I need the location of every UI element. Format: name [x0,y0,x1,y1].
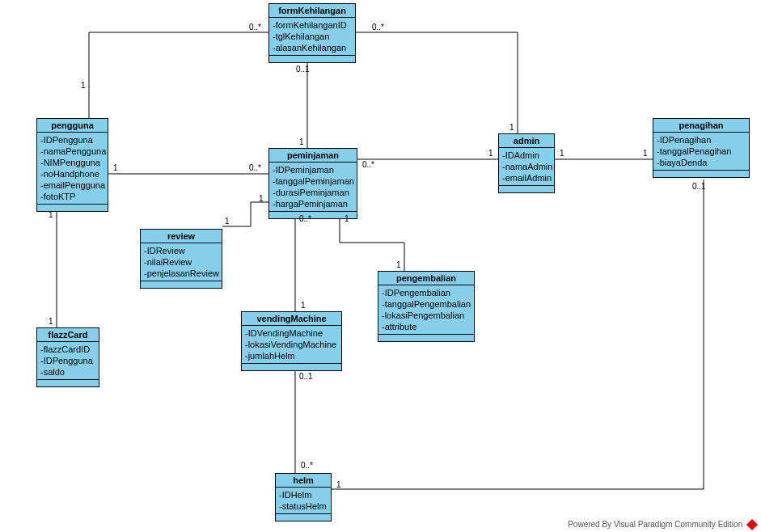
class-title: pengguna [37,119,108,133]
class-review[interactable]: review -IDReview -nilaiReview -penjelasa… [140,229,222,289]
mult-label: 0..* [362,160,374,169]
class-attrs: -IDPengguna -namaPengguna -NIMPengguna -… [37,133,108,205]
class-attrs: -IDVendingMachine -lokasiVendingMachine … [242,326,341,364]
class-helm[interactable]: helm -IDHelm -statusHelm [275,473,332,521]
mult-label: 1 [49,317,53,326]
class-attrs: -IDHelm -statusHelm [276,488,331,514]
class-ops [269,212,357,218]
class-attrs: -IDReview -nilaiReview -penjelasanReview [141,243,222,281]
class-title: review [141,230,222,243]
class-attrs: -IDPenagihan -tanggalPenagihan -biayaDen… [653,133,749,171]
class-ops [378,335,474,341]
watermark-text: Powered By Visual Paradigm Community Edi… [568,520,742,529]
class-title: vendingMachine [242,312,341,326]
mult-label: 1 [259,194,264,203]
class-title: pengembalian [378,272,474,285]
mult-label: 1 [643,149,648,158]
mult-label: 0..1 [692,182,706,191]
class-title: penagihan [653,119,749,133]
class-attrs: -flazzCardID -IDPengguna -saldo [37,342,99,380]
mult-label: 1 [301,301,306,310]
mult-label: 0..1 [296,65,310,74]
mult-label: 0..* [249,23,261,32]
vp-logo-icon [746,519,758,530]
mult-label: 1 [509,123,514,132]
class-ops [37,380,99,386]
class-attrs: -IDPengembalian -tanggalPengembalian -lo… [378,285,474,335]
mult-label: 1 [81,81,86,90]
diagram-canvas: pengguna -IDPengguna -namaPengguna -NIMP… [0,0,761,532]
class-pengguna[interactable]: pengguna -IDPengguna -namaPengguna -NIMP… [36,118,108,212]
mult-label: 0..* [249,163,261,172]
class-peminjaman[interactable]: peminjaman -IDPeminjaman -tanggalPeminja… [268,148,357,219]
mult-label: 0..* [299,214,311,223]
mult-label: 0..1 [299,372,313,381]
watermark: Powered By Visual Paradigm Community Edi… [568,520,756,529]
mult-label: 0..* [301,461,313,470]
class-title: flazzCard [37,328,99,342]
class-title: admin [499,134,554,148]
class-ops [242,364,341,370]
class-penagihan[interactable]: penagihan -IDPenagihan -tanggalPenagihan… [653,118,750,178]
class-flazzCard[interactable]: flazzCard -flazzCardID -IDPengguna -sald… [36,327,99,387]
mult-label: 1 [113,163,118,172]
class-ops [141,281,222,288]
class-ops [276,514,331,521]
class-vendingMachine[interactable]: vendingMachine -IDVendingMachine -lokasi… [241,311,342,371]
class-ops [499,186,554,192]
class-admin[interactable]: admin -IDAdmin -namaAdmin -emailAdmin [498,133,555,193]
mult-label: 0..* [372,23,384,32]
class-title: formKehilangan [269,4,355,18]
class-attrs: -formKehilanganID -tglKehilangan -alasan… [269,18,355,56]
mult-label: 1 [225,217,230,226]
class-title: peminjaman [269,149,357,163]
class-formKehilangan[interactable]: formKehilangan -formKehilanganID -tglKeh… [268,3,356,63]
class-attrs: -IDPeminjaman -tanggalPeminjaman -durasi… [269,163,357,212]
class-ops [269,56,355,62]
mult-label: 1 [336,480,341,489]
class-attrs: -IDAdmin -namaAdmin -emailAdmin [499,148,554,186]
mult-label: 1 [49,210,53,219]
mult-label: 1 [488,149,493,158]
mult-label: 1 [560,149,564,158]
association-lines [0,0,761,532]
class-title: helm [276,474,331,488]
class-ops [653,171,749,177]
mult-label: 1 [396,260,401,269]
mult-label: 1 [345,214,349,223]
class-pengembalian[interactable]: pengembalian -IDPengembalian -tanggalPen… [378,271,475,342]
mult-label: 1 [299,137,304,146]
